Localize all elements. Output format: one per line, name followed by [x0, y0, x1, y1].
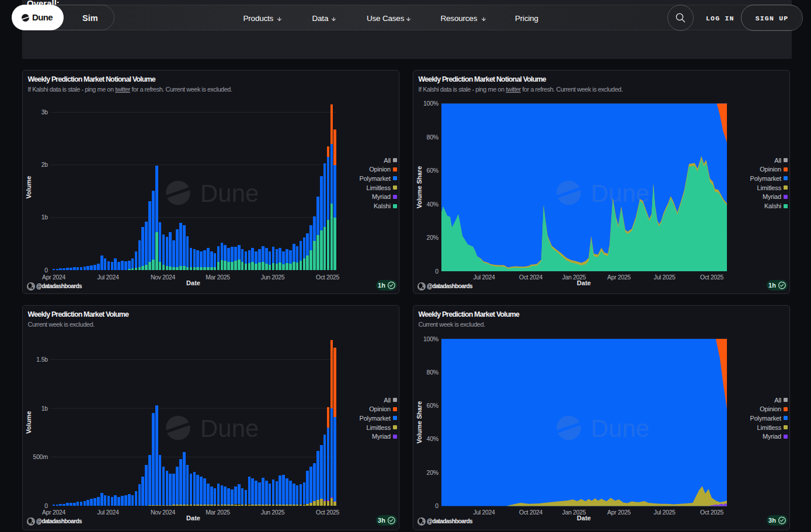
- svg-text:Nov 2024: Nov 2024: [151, 274, 176, 281]
- svg-text:20%: 20%: [427, 469, 438, 476]
- svg-text:Apr 2024: Apr 2024: [42, 509, 65, 516]
- svg-text:Oct 2025: Oct 2025: [316, 274, 339, 281]
- svg-text:1b: 1b: [41, 405, 48, 412]
- svg-text:Nov 2024: Nov 2024: [151, 509, 176, 516]
- svg-text:1b: 1b: [41, 214, 48, 220]
- svg-text:Jun 2025: Jun 2025: [261, 274, 285, 281]
- svg-text:500m: 500m: [33, 453, 48, 460]
- svg-text:Date: Date: [577, 279, 591, 286]
- svg-text:0: 0: [435, 268, 438, 275]
- svg-text:Dune: Dune: [200, 415, 259, 442]
- svg-text:Oct 2024: Oct 2024: [519, 509, 542, 516]
- svg-text:1.5b: 1.5b: [36, 356, 48, 363]
- svg-text:Jul 2025: Jul 2025: [654, 509, 676, 516]
- svg-text:Apr 2024: Apr 2024: [42, 274, 65, 281]
- svg-text:Jul 2024: Jul 2024: [474, 509, 495, 516]
- svg-text:100%: 100%: [423, 335, 438, 342]
- svg-text:Volume Share: Volume Share: [416, 166, 423, 209]
- svg-text:Apr 2025: Apr 2025: [607, 274, 631, 281]
- svg-text:Oct 2025: Oct 2025: [316, 509, 339, 516]
- svg-text:Volume: Volume: [25, 176, 32, 199]
- svg-text:80%: 80%: [427, 134, 438, 141]
- svg-text:100%: 100%: [423, 100, 438, 107]
- svg-text:Dune: Dune: [591, 180, 649, 207]
- svg-text:Apr 2025: Apr 2025: [607, 509, 631, 516]
- svg-text:Mar 2025: Mar 2025: [206, 509, 230, 516]
- svg-text:Mar 2025: Mar 2025: [206, 274, 230, 281]
- svg-text:Date: Date: [186, 514, 200, 522]
- svg-text:Volume Share: Volume Share: [416, 401, 423, 444]
- svg-text:Jun 2025: Jun 2025: [261, 509, 285, 516]
- svg-text:Dune: Dune: [591, 415, 649, 442]
- svg-text:0: 0: [435, 502, 438, 509]
- svg-text:Oct 2025: Oct 2025: [700, 274, 723, 281]
- svg-text:20%: 20%: [427, 234, 438, 241]
- svg-text:3b: 3b: [41, 108, 48, 116]
- svg-text:Date: Date: [577, 514, 591, 522]
- svg-text:Dune: Dune: [200, 180, 259, 207]
- svg-text:Jul 2024: Jul 2024: [474, 274, 495, 281]
- svg-text:Jul 2024: Jul 2024: [98, 509, 119, 516]
- svg-text:Oct 2024: Oct 2024: [519, 274, 542, 281]
- svg-text:0: 0: [44, 267, 48, 274]
- svg-text:Jul 2025: Jul 2025: [654, 274, 676, 281]
- svg-text:80%: 80%: [427, 369, 438, 376]
- svg-text:40%: 40%: [427, 435, 438, 442]
- svg-text:Date: Date: [186, 279, 200, 286]
- svg-text:2b: 2b: [41, 161, 48, 168]
- svg-text:Oct 2025: Oct 2025: [700, 509, 723, 516]
- svg-text:Volume: Volume: [25, 411, 32, 434]
- svg-text:40%: 40%: [427, 201, 438, 208]
- svg-text:Jul 2024: Jul 2024: [98, 274, 119, 281]
- svg-text:60%: 60%: [427, 402, 438, 409]
- svg-text:60%: 60%: [427, 167, 438, 174]
